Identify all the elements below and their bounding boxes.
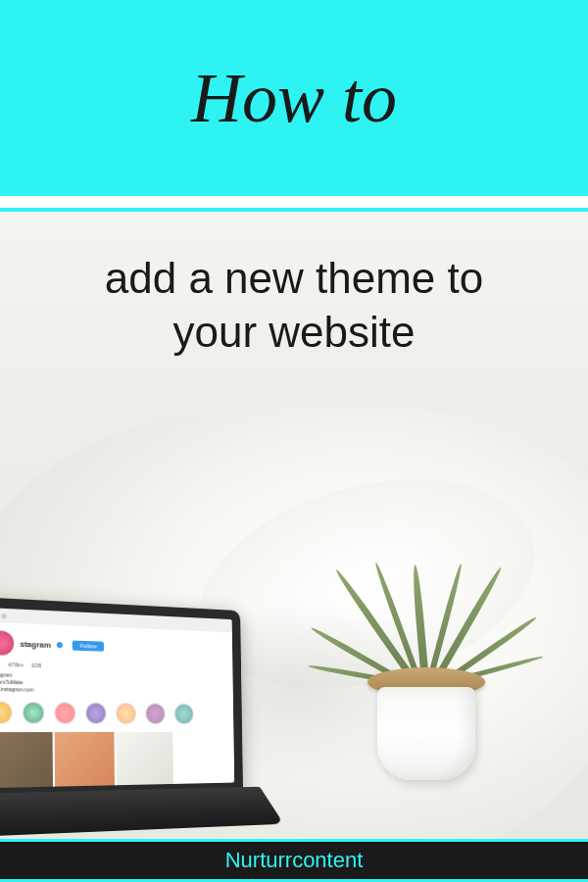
brand-name: Nurturrcontent xyxy=(225,848,364,873)
story-circle xyxy=(145,703,166,724)
verified-icon xyxy=(57,642,63,648)
subtitle-text: add a new theme to your website xyxy=(59,251,529,359)
header-banner: How to xyxy=(0,0,588,196)
profile-name: stagram xyxy=(20,639,51,649)
followers-count: 478m xyxy=(8,662,24,668)
story-circle xyxy=(54,702,75,724)
main-content-area: add a new theme to your website xyxy=(0,212,588,839)
plant-leaves xyxy=(328,506,524,682)
following-count: 108 xyxy=(31,662,41,668)
profile-avatar xyxy=(0,630,14,656)
laptop-keyboard xyxy=(0,787,284,839)
post-thumbnail xyxy=(0,732,53,788)
story-circle xyxy=(85,703,107,724)
header-title: How to xyxy=(191,58,397,139)
laptop-screen: stagram Follow 265 478m 108 Instagram #Y… xyxy=(0,608,234,789)
follow-button: Follow xyxy=(73,641,105,652)
bio-text: Instagram #YoursToMake help.instagram.co… xyxy=(0,671,224,697)
footer-banner: Nurturrcontent xyxy=(0,839,588,882)
plant-decoration xyxy=(363,643,490,780)
pot-body xyxy=(377,687,475,780)
story-circle xyxy=(116,703,136,724)
laptop-illustration: stagram Follow 265 478m 108 Instagram #Y… xyxy=(0,597,261,839)
story-circle xyxy=(174,704,194,725)
post-grid xyxy=(0,732,226,788)
laptop-frame: stagram Follow 265 478m 108 Instagram #Y… xyxy=(0,597,243,800)
story-highlights xyxy=(0,701,225,724)
screen-content: stagram Follow 265 478m 108 Instagram #Y… xyxy=(0,621,234,788)
story-circle xyxy=(23,702,45,724)
story-circle xyxy=(0,701,13,723)
post-thumbnail xyxy=(116,732,173,788)
stats-row: 265 478m 108 xyxy=(0,662,224,673)
post-thumbnail xyxy=(55,732,115,788)
profile-header: stagram Follow xyxy=(0,630,224,662)
